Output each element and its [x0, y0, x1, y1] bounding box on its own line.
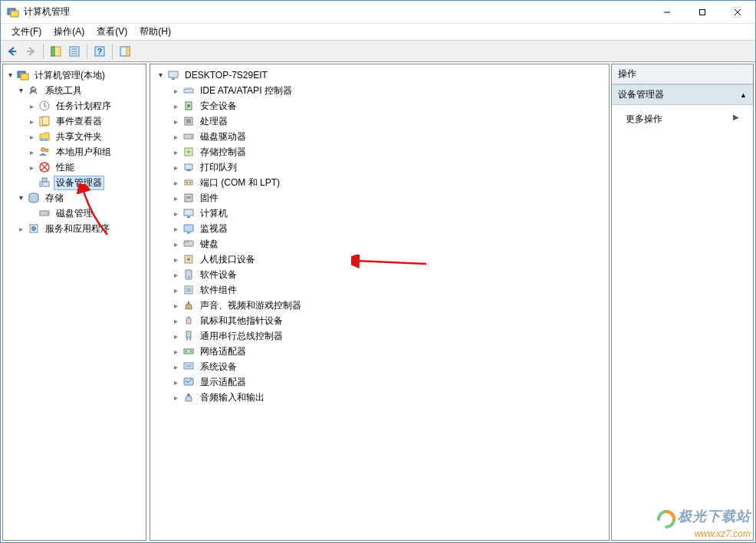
- expand-icon[interactable]: [5, 70, 15, 81]
- app-window: 计算机管理 文件(F) 操作(A) 查看(V) 帮助(H) ?: [0, 0, 756, 543]
- tree-node-system-tools[interactable]: 系统工具: [5, 83, 144, 98]
- device-category[interactable]: 通用串行总线控制器: [152, 328, 607, 344]
- expand-icon[interactable]: [170, 254, 181, 265]
- device-category[interactable]: 键盘: [152, 236, 607, 252]
- device-category-icon: [182, 146, 195, 158]
- computer-management-icon: [17, 69, 29, 81]
- performance-icon: [38, 161, 51, 173]
- expand-icon[interactable]: [26, 162, 37, 173]
- device-category[interactable]: 打印队列: [152, 160, 607, 175]
- device-category[interactable]: 存储控制器: [152, 144, 607, 160]
- svg-rect-57: [185, 242, 186, 243]
- expand-icon[interactable]: [170, 193, 181, 203]
- expand-icon[interactable]: [170, 392, 181, 403]
- minimize-button[interactable]: [649, 1, 685, 24]
- menu-view[interactable]: 查看(V): [90, 24, 133, 40]
- device-category-label: 固件: [198, 191, 221, 206]
- action-pane-button[interactable]: [117, 43, 133, 60]
- svg-point-24: [45, 149, 48, 152]
- expand-icon[interactable]: [170, 285, 181, 295]
- expand-icon[interactable]: [170, 116, 181, 127]
- expand-icon[interactable]: [26, 146, 37, 157]
- tree-node-device-manager[interactable]: 设备管理器: [5, 175, 144, 190]
- maximize-button[interactable]: [685, 1, 720, 24]
- tree-node-root[interactable]: 计算机管理(本地): [5, 67, 144, 83]
- tree-node-local-users[interactable]: 本地用户和组: [5, 144, 144, 160]
- device-category[interactable]: 磁盘驱动器: [152, 129, 607, 144]
- device-category[interactable]: 音频输入和输出: [152, 390, 607, 405]
- device-category[interactable]: 人机接口设备: [152, 252, 607, 267]
- tree-node-performance[interactable]: 性能: [5, 160, 144, 175]
- tree-node-event-viewer[interactable]: 事件查看器: [5, 114, 144, 129]
- expand-icon[interactable]: [170, 346, 181, 357]
- console-tree[interactable]: 计算机管理(本地) 系统工具 任务计划程序: [3, 64, 146, 239]
- tree-label: 系统工具: [43, 84, 84, 98]
- svg-rect-1: [11, 11, 18, 17]
- device-tree[interactable]: DESKTOP-7S29EIT IDE ATA/ATAPI 控制器安全设备处理器…: [150, 64, 609, 408]
- expand-icon[interactable]: [170, 85, 181, 96]
- services-icon: [28, 222, 40, 235]
- close-button[interactable]: [720, 1, 755, 24]
- tree-label: 共享文件夹: [54, 130, 104, 144]
- device-category[interactable]: 软件组件: [152, 282, 607, 298]
- tree-node-services-apps[interactable]: 服务和应用程序: [5, 221, 144, 236]
- menu-file[interactable]: 文件(F): [5, 24, 48, 40]
- console-tree-panel: 计算机管理(本地) 系统工具 任务计划程序: [2, 64, 146, 541]
- expand-icon[interactable]: [170, 223, 181, 234]
- expand-icon[interactable]: [170, 208, 181, 219]
- tree-node-storage[interactable]: 存储: [5, 190, 144, 206]
- expand-icon[interactable]: [170, 162, 181, 173]
- device-category[interactable]: 声音、视频和游戏控制器: [152, 298, 607, 313]
- help-button[interactable]: ?: [91, 43, 108, 60]
- expand-icon[interactable]: [170, 131, 181, 142]
- expand-icon[interactable]: [26, 116, 37, 127]
- expand-icon[interactable]: [15, 223, 26, 234]
- expand-icon[interactable]: [170, 300, 181, 311]
- device-category[interactable]: 软件设备: [152, 267, 607, 282]
- svg-rect-64: [186, 288, 191, 292]
- menu-action[interactable]: 操作(A): [48, 24, 90, 40]
- expand-icon[interactable]: [170, 331, 181, 341]
- device-category[interactable]: 鼠标和其他指针设备: [152, 313, 607, 328]
- svg-rect-34: [169, 71, 178, 77]
- device-category[interactable]: 系统设备: [152, 359, 607, 374]
- device-category-label: 计算机: [198, 206, 230, 221]
- expand-icon[interactable]: [155, 70, 166, 81]
- device-category[interactable]: 端口 (COM 和 LPT): [152, 175, 607, 190]
- device-category[interactable]: 网络适配器: [152, 344, 607, 359]
- expand-icon[interactable]: [170, 239, 181, 249]
- back-button[interactable]: [4, 43, 21, 60]
- tree-node-disk-management[interactable]: 磁盘管理: [5, 206, 144, 221]
- show-hide-tree-button[interactable]: [48, 43, 64, 60]
- svg-rect-54: [184, 225, 193, 232]
- device-category[interactable]: 显示适配器: [152, 374, 607, 390]
- device-category[interactable]: 监视器: [152, 221, 607, 236]
- expand-icon[interactable]: [170, 100, 181, 111]
- actions-group[interactable]: 设备管理器 ▲: [612, 84, 753, 105]
- shared-folder-icon: [38, 130, 51, 143]
- expand-icon[interactable]: [170, 361, 181, 372]
- menu-help[interactable]: 帮助(H): [133, 24, 177, 40]
- tree-label: 事件查看器: [54, 114, 104, 129]
- expand-icon[interactable]: [170, 315, 181, 326]
- expand-icon[interactable]: [170, 177, 181, 188]
- expand-icon[interactable]: [170, 146, 181, 157]
- expand-icon[interactable]: [26, 100, 37, 111]
- tree-node-shared-folders[interactable]: 共享文件夹: [5, 129, 144, 144]
- expand-icon[interactable]: [15, 85, 26, 96]
- device-category[interactable]: 处理器: [152, 114, 607, 129]
- tree-node-task-scheduler[interactable]: 任务计划程序: [5, 98, 144, 114]
- forward-button[interactable]: [22, 43, 39, 60]
- expand-icon[interactable]: [26, 131, 37, 142]
- device-root[interactable]: DESKTOP-7S29EIT: [152, 67, 607, 83]
- more-actions-label: 更多操作: [626, 114, 662, 124]
- expand-icon[interactable]: [15, 193, 26, 203]
- properties-button[interactable]: [66, 43, 83, 60]
- device-category[interactable]: 安全设备: [152, 98, 607, 114]
- expand-icon[interactable]: [170, 377, 181, 387]
- device-category[interactable]: 固件: [152, 190, 607, 206]
- device-category[interactable]: 计算机: [152, 206, 607, 221]
- device-category[interactable]: IDE ATA/ATAPI 控制器: [152, 83, 607, 98]
- expand-icon[interactable]: [170, 269, 181, 280]
- more-actions[interactable]: 更多操作 ▶: [612, 110, 753, 129]
